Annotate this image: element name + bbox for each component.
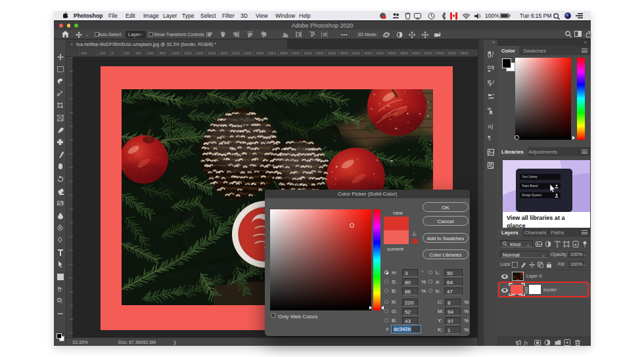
svg-text:A|: A| <box>488 123 493 130</box>
svg-text:¶: ¶ <box>488 135 491 141</box>
svg-text:fx: fx <box>524 339 528 346</box>
